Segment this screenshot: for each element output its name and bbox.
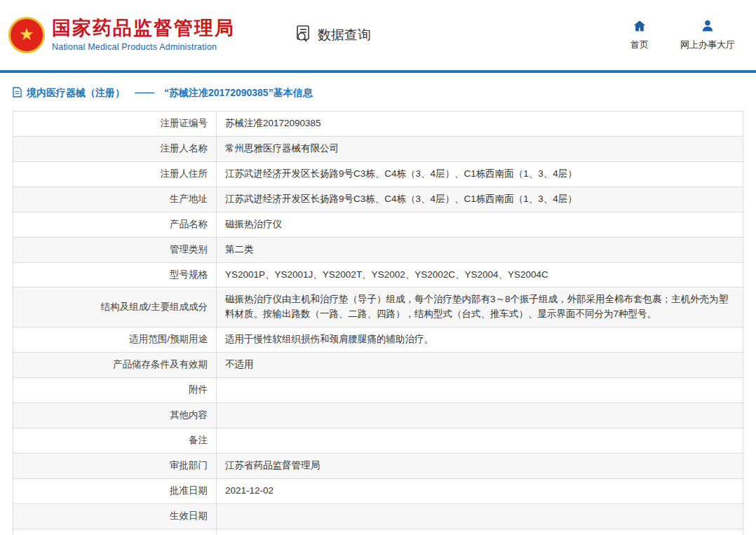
field-label: 其他内容 (13, 403, 217, 428)
breadcrumb-text: 境内医疗器械（注册） —— “苏械注准20172090385”基本信息 (27, 87, 313, 100)
document-icon (13, 87, 22, 100)
table-row: 审批部门江苏省药品监督管理局 (13, 453, 743, 478)
table-row: 注册证编号苏械注准20172090385 (13, 111, 743, 137)
info-table: 注册证编号苏械注准20172090385注册人名称常州思雅医疗器械有限公司注册人… (13, 111, 743, 535)
field-value: 第二类 (217, 237, 743, 262)
site-header: ★ 国家药品监督管理局 National Medical Products Ad… (0, 0, 756, 70)
breadcrumb: 境内医疗器械（注册） —— “苏械注准20172090385”基本信息 (0, 73, 756, 109)
field-value: 2027-03-14 (217, 529, 743, 535)
field-value: 2021-12-02 (217, 478, 743, 503)
table-row: 备注 (13, 428, 743, 453)
field-value: 江苏武进经济开发区长扬路9号C3栋、C4栋（3、4层）、C1栋西南面（1、3、4… (217, 161, 743, 187)
table-row: 适用范围/预期用途适用于慢性软组织损伤和颈肩腰腿痛的辅助治疗。 (13, 327, 743, 353)
table-row: 产品名称磁振热治疗仪 (13, 212, 743, 237)
field-label: 批准日期 (13, 478, 217, 503)
field-label: 适用范围/预期用途 (13, 327, 217, 353)
field-value: 常州思雅医疗器械有限公司 (217, 136, 743, 161)
table-row: 注册人住所江苏武进经济开发区长扬路9号C3栋、C4栋（3、4层）、C1栋西南面（… (13, 161, 743, 187)
field-label: 注册人住所 (13, 161, 217, 187)
national-emblem-icon: ★ (8, 17, 45, 53)
org-name-en: National Medical Products Administration (52, 42, 235, 52)
home-icon (633, 19, 647, 35)
table-row: 注册人名称常州思雅医疗器械有限公司 (13, 136, 743, 161)
field-value: 江苏省药品监督管理局 (217, 453, 743, 478)
star-icon: ★ (19, 26, 34, 43)
field-label: 有效期至 (13, 529, 217, 535)
field-label: 注册证编号 (13, 111, 217, 137)
table-row: 产品储存条件及有效期不适用 (13, 353, 743, 378)
field-label: 备注 (13, 428, 217, 453)
info-table-body: 注册证编号苏械注准20172090385注册人名称常州思雅医疗器械有限公司注册人… (13, 111, 743, 535)
field-label: 产品名称 (13, 212, 217, 237)
data-query-icon (295, 25, 313, 46)
field-label: 注册人名称 (13, 136, 217, 161)
field-value (217, 503, 743, 529)
field-label: 生效日期 (13, 503, 217, 529)
user-icon (701, 19, 715, 35)
field-value: 磁振热治疗仪 (217, 212, 743, 237)
data-query-button[interactable]: 数据查询 (295, 25, 371, 46)
table-row: 有效期至2027-03-14 (13, 529, 743, 535)
table-row: 附件 (13, 378, 743, 403)
field-value (217, 403, 743, 428)
field-label: 生产地址 (13, 187, 217, 212)
field-value: 磁振热治疗仪由主机和治疗垫（导子）组成，每个治疗垫内部有3～8个振子组成，外部采… (217, 287, 743, 327)
table-row: 生效日期 (13, 503, 743, 529)
field-label: 型号规格 (13, 262, 217, 287)
field-value: 不适用 (217, 353, 743, 378)
field-label: 附件 (13, 378, 217, 403)
field-label: 审批部门 (13, 453, 217, 478)
site-logo[interactable]: ★ 国家药品监督管理局 National Medical Products Ad… (8, 17, 235, 53)
table-row: 结构及组成/主要组成成分磁振热治疗仪由主机和治疗垫（导子）组成，每个治疗垫内部有… (13, 287, 743, 327)
nav-service-hall-label: 网上办事大厅 (680, 39, 735, 51)
field-value (217, 378, 743, 403)
field-label: 产品储存条件及有效期 (13, 353, 217, 378)
top-nav: 首页 网上办事大厅 (630, 19, 735, 51)
field-value (217, 428, 743, 453)
table-row: 型号规格YS2001P、YS2001J、YS2002T、YS2002、YS200… (13, 262, 743, 287)
field-value: 苏械注准20172090385 (217, 111, 743, 137)
nav-home[interactable]: 首页 (630, 19, 649, 51)
table-row: 管理类别第二类 (13, 237, 743, 262)
nav-home-label: 首页 (630, 39, 649, 51)
table-row: 其他内容 (13, 403, 743, 428)
org-name-cn: 国家药品监督管理局 (52, 18, 235, 39)
brand-text: 国家药品监督管理局 National Medical Products Admi… (52, 18, 235, 53)
table-row: 批准日期2021-12-02 (13, 478, 743, 503)
data-query-label: 数据查询 (318, 26, 371, 44)
table-row: 生产地址江苏武进经济开发区长扬路9号C3栋、C4栋（3、4层）、C1栋西南面（1… (13, 187, 743, 212)
field-label: 管理类别 (13, 237, 217, 262)
nav-service-hall[interactable]: 网上办事大厅 (680, 19, 735, 51)
field-value: 适用于慢性软组织损伤和颈肩腰腿痛的辅助治疗。 (217, 327, 743, 353)
field-value: 江苏武进经济开发区长扬路9号C3栋、C4栋（3、4层）、C1栋西南面（1、3、4… (217, 187, 743, 212)
field-value: YS2001P、YS2001J、YS2002T、YS2002、YS2002C、Y… (217, 262, 743, 287)
field-label: 结构及组成/主要组成成分 (13, 287, 217, 327)
